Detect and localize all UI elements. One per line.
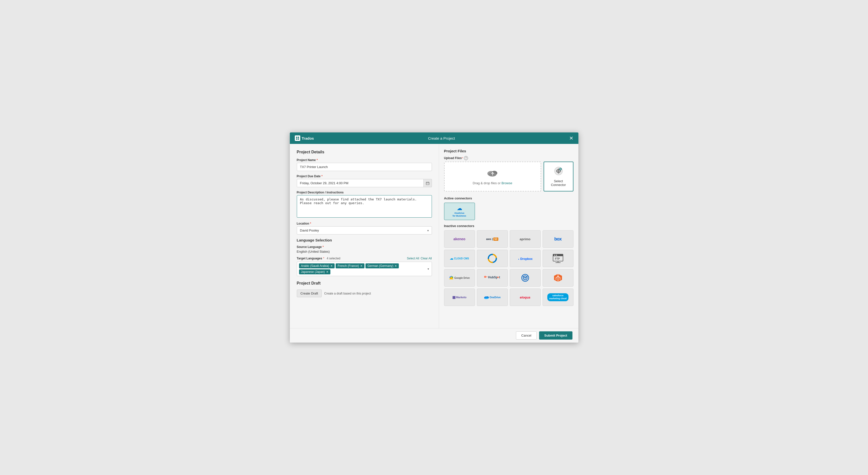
akeneo-logo: akeneo (446, 232, 473, 246)
target-languages-input[interactable]: Arabic (Saudi Arabia) ✕ French (France) … (297, 262, 432, 276)
svg-text:⬩ Dropbox: ⬩ Dropbox (518, 257, 533, 261)
cancel-button[interactable]: Cancel (516, 331, 536, 339)
remove-french-tag[interactable]: ✕ (360, 265, 363, 267)
svg-point-23 (556, 255, 557, 256)
close-button[interactable]: ✕ (569, 136, 574, 141)
upload-cloud-icon (447, 168, 538, 179)
select-connector-label: Select Connector (547, 179, 570, 187)
svg-text:HubSp: HubSp (488, 275, 498, 279)
connector-magento[interactable] (542, 269, 574, 287)
svg-point-37 (524, 277, 526, 278)
project-name-label: Project Name * (297, 158, 432, 162)
project-description-label: Project Description / Instructions (297, 191, 432, 194)
language-selection-section: Language Selection Source Language * Eng… (297, 238, 432, 276)
project-description-group: Project Description / Instructions As di… (297, 191, 432, 218)
remove-german-tag[interactable]: ✕ (395, 265, 397, 267)
svg-rect-3 (298, 139, 299, 140)
tag-dropdown-arrow: ▼ (427, 268, 430, 270)
connector-ibm-watson[interactable] (510, 269, 540, 287)
connector-salesforce[interactable]: salesforcemarketing cloud (542, 289, 574, 306)
marketo-logo: ▩ Marketo (446, 290, 473, 304)
project-name-input[interactable] (297, 163, 432, 171)
connector-akeneo[interactable]: akeneo (444, 230, 475, 248)
project-draft-title: Project Draft (297, 281, 432, 286)
calendar-button[interactable] (424, 179, 432, 187)
active-connectors-title: Active connectors (444, 197, 574, 200)
project-description-input[interactable]: As discussed, please find attached the T… (297, 195, 432, 217)
project-draft-section: Project Draft Create Draft Create a draf… (297, 281, 432, 297)
svg-point-22 (554, 255, 555, 256)
connector-onedrive-business[interactable]: ☁ OneDrivefor Business (444, 203, 475, 220)
connector-hubspot[interactable]: HubSp t (477, 269, 508, 287)
modal-title: Create a Project (314, 136, 569, 140)
browse-link[interactable]: Browse (501, 181, 512, 185)
tag-arabic: Arabic (Saudi Arabia) ✕ (299, 263, 335, 268)
upload-area-row: Drag & drop files or Browse (444, 161, 574, 191)
create-draft-button[interactable]: Create Draft (297, 290, 322, 297)
required-indicator: * (323, 257, 324, 260)
clear-all-button[interactable]: Clear All (421, 257, 432, 260)
connector-cloud-cms[interactable]: ☁ CLOUD CMS (444, 250, 475, 267)
ftp-logo: FTP (544, 251, 572, 265)
ibm-watson-logo (512, 271, 539, 285)
right-panel: Project Files Upload Files * ? (439, 144, 579, 328)
connector-canto[interactable] (477, 250, 508, 267)
google-drive-logo: Google Drive (446, 271, 473, 285)
dropbox-logo: ⬩ Dropbox (512, 251, 539, 265)
canto-logo (479, 251, 506, 265)
required-indicator: * (310, 222, 311, 225)
source-language-value: English (United States) (297, 250, 432, 254)
tag-german: German (Germany) ✕ (366, 263, 399, 268)
source-language-label: Source Language * (297, 245, 432, 249)
connector-icon (554, 167, 563, 177)
svg-point-28 (484, 276, 486, 278)
location-group: Location * David Pooley (297, 222, 432, 235)
project-files-title: Project Files (444, 149, 574, 153)
inactive-connectors-title: Inactive connectors (444, 224, 574, 228)
select-all-button[interactable]: Select All (407, 257, 419, 260)
svg-text:FTP: FTP (555, 258, 560, 260)
connector-aprimo[interactable]: aprimo (510, 230, 540, 248)
app-branding: Trados (295, 136, 314, 141)
upload-help-icon[interactable]: ? (464, 156, 468, 160)
tag-japanese: Japanese (Japan) ✕ (299, 269, 330, 274)
upload-dropzone-text: Drag & drop files or Browse (447, 181, 538, 185)
due-date-input[interactable] (297, 179, 432, 187)
onedrive-business-logo: ☁ OneDrivefor Business (446, 204, 473, 218)
app-name: Trados (302, 136, 314, 140)
aprimo-logo: aprimo (512, 232, 539, 246)
svg-rect-1 (298, 137, 299, 138)
hubspot-logo: HubSp t (479, 271, 506, 285)
date-input-wrapper (297, 179, 432, 187)
select-clear-actions: Select All Clear All (407, 257, 432, 260)
left-panel: Project Details Project Name * Project D… (290, 144, 439, 328)
select-connector-button[interactable]: Select Connector (544, 161, 574, 191)
location-select[interactable]: David Pooley (297, 226, 432, 235)
connector-box[interactable]: box (542, 230, 574, 248)
target-languages-header: Target Languages * 4 selected Select All… (297, 257, 432, 260)
connector-ftp[interactable]: FTP (542, 250, 574, 267)
upload-dropzone[interactable]: Drag & drop files or Browse (444, 161, 541, 191)
required-indicator: * (321, 175, 323, 178)
modal-footer: Cancel Submit Project (290, 328, 579, 343)
connector-onedrive[interactable]: OneDrive (477, 289, 508, 306)
connector-dropbox[interactable]: ⬩ Dropbox (510, 250, 540, 267)
connector-eloqua[interactable]: eloqua (510, 289, 540, 306)
create-draft-description: Create a draft based on this project (324, 292, 371, 295)
connector-google-drive[interactable]: Google Drive (444, 269, 475, 287)
trados-logo: Trados (295, 136, 314, 141)
submit-project-button[interactable]: Submit Project (539, 331, 572, 339)
remove-japanese-tag[interactable]: ✕ (326, 271, 329, 273)
location-select-wrapper: David Pooley (297, 226, 432, 235)
svg-text:t: t (499, 275, 500, 279)
connector-aws-s3[interactable]: aws | S3 (477, 230, 508, 248)
modal-body: Project Details Project Name * Project D… (290, 144, 579, 328)
upload-files-label: Upload Files (444, 156, 462, 160)
target-languages-label-group: Target Languages * 4 selected (297, 257, 340, 260)
create-project-modal: Trados Create a Project ✕ Project Detail… (290, 132, 579, 343)
selected-count: 4 selected (327, 257, 340, 260)
connector-marketo[interactable]: ▩ Marketo (444, 289, 475, 306)
upload-files-label-row: Upload Files * ? (444, 156, 574, 160)
remove-arabic-tag[interactable]: ✕ (330, 265, 333, 267)
tag-french: French (France) ✕ (336, 263, 365, 268)
